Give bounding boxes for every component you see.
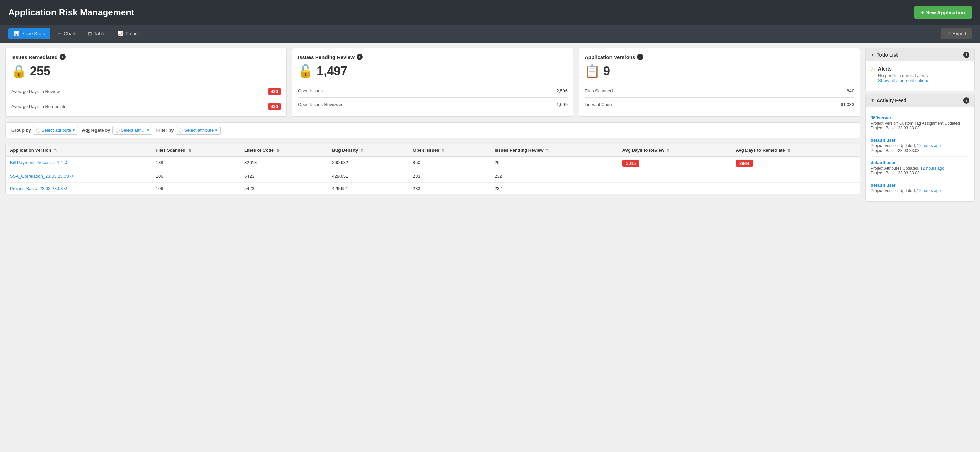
tab-trend[interactable]: 📈 Trend: [112, 28, 143, 39]
activity-item: 360serverProject Version Custom Tag Assi…: [870, 112, 969, 134]
filter-icon-by: ◯: [179, 128, 183, 133]
bar-chart-icon: 📊: [14, 31, 19, 36]
cell-open-issues: 233: [409, 182, 490, 195]
info-icon-remediated[interactable]: i: [60, 54, 66, 60]
open-issues-row: Open Issues 2,506: [298, 87, 568, 95]
aggregate-by-select[interactable]: ◯ Select attri... ▾: [113, 126, 153, 135]
activity-user-link[interactable]: 360server: [870, 115, 891, 120]
export-button[interactable]: ↗ Export: [941, 28, 972, 39]
warning-icon: ⚠: [870, 66, 875, 73]
activity-user-link[interactable]: default user: [870, 182, 896, 188]
chart-icon: ☰: [57, 31, 62, 36]
activity-description: Project Version Updated, 12 hours ago: [870, 188, 969, 193]
main-table-container: Application Version ⇅ Files Scanned ⇅ Li…: [5, 144, 860, 195]
col-issues-pending[interactable]: Issues Pending Review ⇅: [490, 144, 618, 156]
col-lines-of-code[interactable]: Lines of Code ⇅: [240, 144, 328, 156]
cell-bug-density: 260.632: [328, 156, 409, 170]
activity-feed-section: ▼ Activity Feed i 360serverProject Versi…: [865, 94, 975, 201]
todo-list-body: ⚠ Alerts No pending unread alerts Show a…: [866, 61, 974, 90]
activity-item: default userProject Attributes Updated, …: [870, 157, 969, 179]
chevron-todo: ▼: [870, 52, 875, 57]
cell-files-scanned: 106: [152, 170, 240, 182]
refresh-icon[interactable]: ↺: [64, 160, 68, 165]
pending-number: 1,497: [317, 64, 347, 78]
sort-icon-bug[interactable]: ⇅: [361, 148, 364, 152]
col-files-scanned[interactable]: Files Scanned ⇅: [152, 144, 240, 156]
avg-days-review-row: Average Days to Review 430: [11, 87, 281, 96]
avg-days-remediate-row: Average Days to Remediate 420: [11, 102, 281, 111]
show-all-alerts-link[interactable]: Show all alert notifications: [878, 78, 929, 83]
info-icon-todo[interactable]: i: [963, 52, 969, 58]
remediated-number: 255: [30, 64, 51, 78]
cell-lines-of-code: 5423: [240, 182, 328, 195]
col-avg-review[interactable]: Avg Days to Review ⇅: [618, 144, 732, 156]
app-version-link[interactable]: Bill Payment Processor 1.1: [10, 160, 63, 165]
refresh-icon[interactable]: ↺: [70, 174, 73, 179]
sort-icon-avg-rem[interactable]: ⇅: [788, 148, 791, 152]
cell-issues-pending: 232: [490, 170, 618, 182]
cell-files-scanned: 106: [152, 182, 240, 195]
activity-item: default userProject Version Updated, 12 …: [870, 134, 969, 157]
activity-feed-header[interactable]: ▼ Activity Feed i: [866, 94, 974, 107]
col-bug-density[interactable]: Bug Density ⇅: [328, 144, 409, 156]
activity-project: Project_Basic_23.03 23.03: [870, 171, 969, 175]
filter-icon-agg: ◯: [116, 128, 119, 133]
versions-number: 9: [603, 64, 610, 78]
open-lock-icon: 🔓: [298, 64, 313, 78]
sort-icon-loc[interactable]: ⇅: [277, 148, 280, 152]
nav-tabs: 📊 Issue Stats ☰ Chart ⊞ Table 📈 Trend: [8, 25, 143, 43]
versions-icon: 📋: [585, 64, 600, 78]
cell-files-scanned: 188: [152, 156, 240, 170]
page-title: Application Risk Management: [8, 7, 134, 18]
trend-icon: 📈: [118, 31, 123, 36]
table-icon: ⊞: [88, 31, 92, 36]
cell-bug-density: 429.651: [328, 182, 409, 195]
activity-user-link[interactable]: default user: [870, 160, 896, 165]
sort-icon-app-version[interactable]: ⇅: [54, 148, 57, 152]
activity-item: default userProject Version Updated, 12 …: [870, 179, 969, 197]
sort-icon-pending[interactable]: ⇅: [546, 148, 549, 152]
cell-app-version: SSA_Correlation_23.03 23.03 ↺: [6, 170, 152, 182]
files-scanned-row: Files Scanned 840: [585, 87, 854, 95]
refresh-icon[interactable]: ↺: [64, 186, 67, 191]
todo-list-header[interactable]: ▼ Todo List i: [866, 48, 974, 61]
new-application-button[interactable]: + New Application: [914, 6, 972, 19]
chevron-down-icon-agg: ▾: [147, 128, 149, 133]
app-version-link[interactable]: SSA_Correlation_23.03 23.03: [10, 174, 69, 179]
cell-open-issues: 850: [409, 156, 490, 170]
sort-icon-files[interactable]: ⇅: [188, 148, 191, 152]
filter-by-filter: Filter by ◯ Select attribute ▾: [156, 126, 221, 135]
main-table: Application Version ⇅ Files Scanned ⇅ Li…: [6, 144, 860, 195]
app-version-link[interactable]: Project_Basic_23.03 23.03: [10, 186, 63, 191]
tab-issue-stats[interactable]: 📊 Issue Stats: [8, 28, 51, 39]
info-icon-versions[interactable]: i: [637, 54, 643, 60]
filter-by-select[interactable]: ◯ Select attribute ▾: [175, 126, 221, 135]
activity-description: Project Version Updated, 12 hours ago: [870, 143, 969, 148]
sort-icon-open[interactable]: ⇅: [442, 148, 445, 152]
cell-avg-days-remediate: [732, 182, 860, 195]
col-app-version[interactable]: Application Version ⇅: [6, 144, 152, 156]
main-content: Issues Remediated i 🔒 255 Average Days t…: [0, 43, 980, 452]
activity-time: 12 hours ago: [917, 188, 941, 193]
table-row: Project_Basic_23.03 23.03 ↺1065423429.65…: [6, 182, 860, 195]
filter-icon: ◯: [36, 128, 40, 133]
group-by-select[interactable]: ◯ Select attribute ▾: [33, 126, 78, 135]
cell-lines-of-code: 5423: [240, 170, 328, 182]
tab-chart[interactable]: ☰ Chart: [52, 28, 81, 39]
info-icon-activity[interactable]: i: [963, 97, 969, 103]
activity-user-link[interactable]: default user: [870, 138, 896, 143]
stats-row: Issues Remediated i 🔒 255 Average Days t…: [5, 48, 860, 117]
todo-list-section: ▼ Todo List i ⚠ Alerts No pending unread…: [865, 48, 975, 91]
cell-lines-of-code: 32613: [240, 156, 328, 170]
sort-icon-avg-review[interactable]: ⇅: [667, 148, 670, 152]
tab-table[interactable]: ⊞ Table: [83, 28, 111, 39]
cell-avg-days-review: 3015: [618, 156, 732, 170]
cell-issues-pending: 26: [490, 156, 618, 170]
activity-feed-body: 360serverProject Version Custom Tag Assi…: [866, 107, 974, 201]
lines-of-code-row: Lines of Code 61,033: [585, 100, 854, 108]
col-avg-remediate[interactable]: Avg Days to Remediate ⇅: [732, 144, 860, 156]
activity-project: Project_Basic_23.03 23.03: [870, 148, 969, 153]
open-issues-reviewed-row: Open Issues Reviewed 1,009: [298, 100, 568, 108]
info-icon-pending[interactable]: i: [356, 54, 363, 60]
col-open-issues[interactable]: Open Issues ⇅: [409, 144, 490, 156]
